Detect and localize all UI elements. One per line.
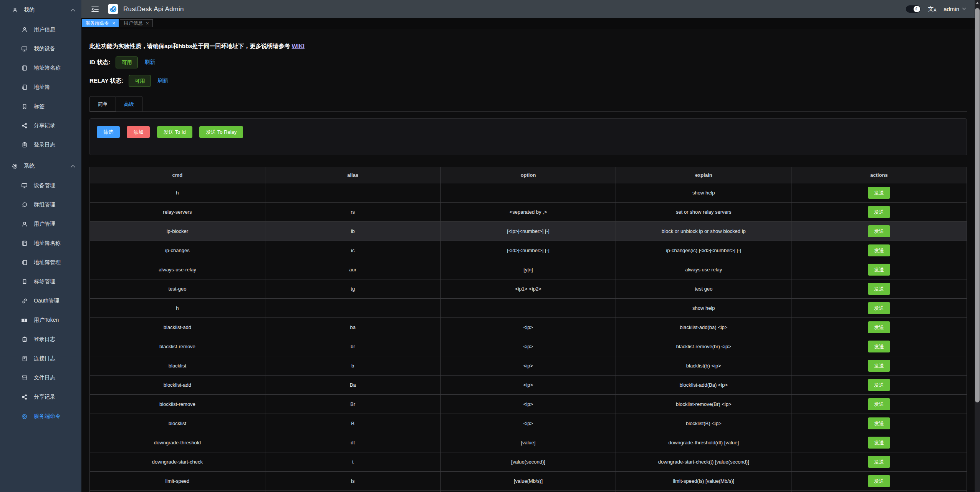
scrollbar-up-arrow[interactable]	[976, 2, 979, 4]
sidebar-item-user-info[interactable]: 用户信息	[0, 20, 81, 39]
sidebar-item-address-book[interactable]: 地址簿	[0, 78, 81, 97]
send-to-id-button[interactable]: 发送 To Id	[157, 126, 192, 138]
cell-explain: block or unblock ip or show blocked ip	[616, 222, 791, 241]
send-button[interactable]: 发送	[868, 264, 890, 276]
scrollbar-thumb[interactable]	[975, 8, 980, 402]
send-button[interactable]: 发送	[868, 475, 890, 487]
cell-actions: 发送	[791, 356, 967, 376]
sidebar-item-label: 我的设备	[34, 45, 55, 52]
tab-server-commands[interactable]: 服务端命令 ×	[82, 19, 119, 27]
relay-status-badge: 可用	[129, 75, 151, 87]
id-refresh-link[interactable]: 刷新	[144, 59, 155, 66]
gear-icon	[12, 163, 18, 170]
id-status-row: ID 状态: 可用 刷新	[89, 56, 967, 68]
cell-cmd: test-geo	[90, 279, 265, 299]
send-button[interactable]: 发送	[868, 244, 890, 256]
send-to-relay-button[interactable]: 发送 To Relay	[199, 126, 243, 138]
cell-explain: downgrade-threshold(dt) [value]	[616, 433, 791, 452]
sidebar-item-address-book-names[interactable]: 地址簿名称	[0, 234, 81, 253]
sidebar-item-share-records[interactable]: 分享记录	[0, 387, 81, 407]
chevron-up-icon	[71, 8, 75, 12]
close-icon[interactable]: ×	[146, 21, 149, 26]
mode-tab-bar: 简单 高级	[89, 96, 967, 112]
sidebar-item-address-book-manage[interactable]: 地址簿管理	[0, 253, 81, 272]
send-button[interactable]: 发送	[868, 225, 890, 237]
sidebar-item-address-book-names[interactable]: 地址簿名称	[0, 58, 81, 78]
cell-explain: show help	[616, 183, 791, 203]
wiki-link[interactable]: WIKI	[292, 43, 305, 49]
sidebar-item-my-devices[interactable]: 我的设备	[0, 39, 81, 58]
page-scrollbar[interactable]	[975, 0, 980, 492]
send-button[interactable]: 发送	[868, 398, 890, 410]
table-row: downgrade-start-check t [value(second)] …	[90, 452, 967, 472]
sidebar-item-user-manage[interactable]: 用户管理	[0, 214, 81, 234]
send-button[interactable]: 发送	[868, 341, 890, 352]
cell-alias: Br	[265, 395, 440, 414]
sidebar-item-label: 用户Token	[34, 317, 59, 324]
mode-tab-advanced[interactable]: 高级	[116, 96, 142, 111]
send-button[interactable]: 发送	[868, 417, 890, 429]
clipboard-icon	[21, 142, 28, 148]
sidebar-item-label: 标签管理	[34, 278, 55, 285]
cell-actions: 发送	[791, 183, 967, 203]
send-button[interactable]: 发送	[868, 206, 890, 218]
cell-option	[440, 183, 616, 203]
sidebar-section-system[interactable]: 系统	[0, 156, 81, 176]
command-panel: 筛选 添加 发送 To Id 发送 To Relay	[89, 118, 967, 155]
sidebar-item-label: 连接日志	[34, 355, 55, 362]
sidebar-item-device-manage[interactable]: 设备管理	[0, 176, 81, 195]
cell-alias: br	[265, 337, 440, 356]
sidebar-item-label: 文件日志	[34, 374, 55, 381]
translate-icon[interactable]: 文A	[928, 6, 936, 12]
cell-alias: aur	[265, 260, 440, 279]
sidebar-item-share-records[interactable]: 分享记录	[0, 116, 81, 135]
sidebar-section-label: 系统	[24, 163, 35, 170]
cell-cmd: total-bandwidth	[90, 491, 265, 492]
window-tab-label: 服务端命令	[85, 20, 109, 27]
sidebar-item-label: 分享记录	[34, 122, 55, 129]
table-row: ip-changes ic [<id>|<number>] [-] ip-cha…	[90, 241, 967, 260]
add-button[interactable]: 添加	[127, 126, 150, 138]
sidebar-item-oauth-manage[interactable]: Oauth管理	[0, 291, 81, 311]
sidebar-item-group-manage[interactable]: 群组管理	[0, 195, 81, 214]
user-menu[interactable]: admin	[944, 6, 966, 12]
collapse-menu-icon[interactable]	[91, 6, 99, 12]
cell-actions: 发送	[791, 376, 967, 395]
tab-user-info[interactable]: 用户信息 ×	[120, 19, 153, 27]
sidebar-item-login-logs[interactable]: 登录日志	[0, 330, 81, 349]
table-row: ip-blocker ib [<ip>|<number>] [-] block …	[90, 222, 967, 241]
send-button[interactable]: 发送	[868, 360, 890, 372]
sidebar-item-server-commands[interactable]: 服务端命令	[0, 407, 81, 426]
sidebar-item-file-logs[interactable]: 文件日志	[0, 368, 81, 387]
sidebar-item-user-token[interactable]: 用户Token	[0, 311, 81, 330]
notice-text: 此处功能为实验性质，请确保api和hbbs处于同一回环地址下，更多说明请参考	[89, 43, 292, 49]
send-button[interactable]: 发送	[868, 187, 890, 199]
cell-option: <ip1> <ip2>	[440, 279, 616, 299]
send-button[interactable]: 发送	[868, 302, 890, 314]
moon-icon: ☾	[914, 6, 920, 12]
send-button[interactable]: 发送	[868, 379, 890, 391]
column-header-explain: explain	[616, 167, 791, 183]
dark-mode-toggle[interactable]: ☾	[906, 5, 920, 13]
sidebar-item-tag-manage[interactable]: 标签管理	[0, 272, 81, 291]
cell-actions: 发送	[791, 222, 967, 241]
close-icon[interactable]: ×	[113, 21, 116, 26]
send-button[interactable]: 发送	[868, 437, 890, 449]
sidebar-item-tags[interactable]: 标签	[0, 97, 81, 116]
cell-explain: test geo	[616, 279, 791, 299]
send-button[interactable]: 发送	[868, 456, 890, 468]
send-button[interactable]: 发送	[868, 283, 890, 295]
filter-button[interactable]: 筛选	[97, 126, 120, 138]
sidebar-item-connection-logs[interactable]: 连接日志	[0, 349, 81, 368]
sidebar-item-label: 地址簿名称	[34, 65, 61, 71]
sidebar-item-label: Oauth管理	[34, 298, 59, 304]
chevron-down-icon	[963, 7, 966, 11]
share-icon	[21, 394, 28, 401]
sidebar-item-label: 群组管理	[34, 201, 55, 208]
mode-tab-simple[interactable]: 简单	[89, 96, 116, 111]
sidebar-item-login-logs[interactable]: 登录日志	[0, 135, 81, 155]
send-button[interactable]: 发送	[868, 321, 890, 333]
table-row: h show help 发送	[90, 183, 967, 203]
relay-refresh-link[interactable]: 刷新	[157, 77, 168, 84]
sidebar-section-my[interactable]: 我的	[0, 0, 81, 20]
